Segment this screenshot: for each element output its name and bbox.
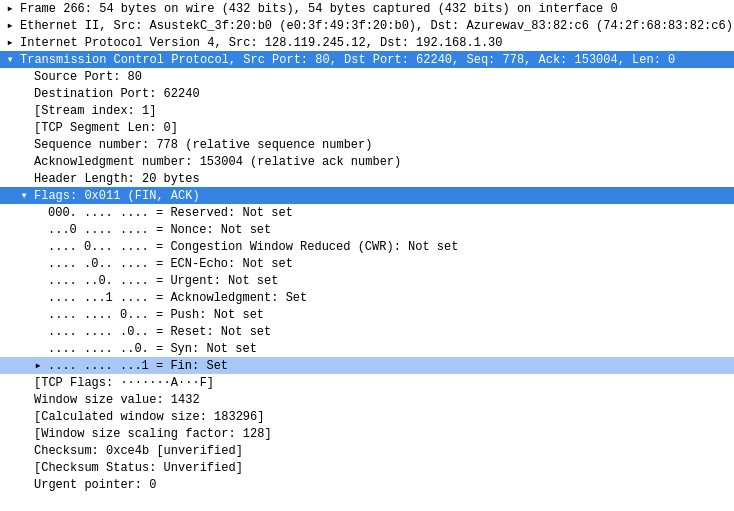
tree-row-checksum-status: [Checksum Status: Unverified]	[0, 459, 734, 476]
tree-row-ip[interactable]: ▸Internet Protocol Version 4, Src: 128.1…	[0, 34, 734, 51]
row-text-ethernet: Ethernet II, Src: AsustekC_3f:20:b0 (e0:…	[16, 19, 733, 33]
tree-row-flag-reserved: 000. .... .... = Reserved: Not set	[0, 204, 734, 221]
tree-row-ack-num: Acknowledgment number: 153004 (relative …	[0, 153, 734, 170]
tree-row-checksum: Checksum: 0xce4b [unverified]	[0, 442, 734, 459]
toggle-arrow[interactable]: ▸	[4, 35, 16, 50]
row-text-flag-ecn: .... .0.. .... = ECN-Echo: Not set	[44, 257, 293, 271]
toggle-arrow[interactable]: ▸	[4, 18, 16, 33]
tree-row-flag-syn: .... .... ..0. = Syn: Not set	[0, 340, 734, 357]
row-text-tcp-seg-len: [TCP Segment Len: 0]	[30, 121, 178, 135]
tree-row-flag-cwr: .... 0... .... = Congestion Window Reduc…	[0, 238, 734, 255]
tree-row-src-port: Source Port: 80	[0, 68, 734, 85]
row-text-tcp: Transmission Control Protocol, Src Port:…	[16, 53, 675, 67]
row-text-frame: Frame 266: 54 bytes on wire (432 bits), …	[16, 2, 618, 16]
row-text-flag-syn: .... .... ..0. = Syn: Not set	[44, 342, 257, 356]
row-text-ip: Internet Protocol Version 4, Src: 128.11…	[16, 36, 502, 50]
row-text-window-size: Window size value: 1432	[30, 393, 200, 407]
row-text-ack-num: Acknowledgment number: 153004 (relative …	[30, 155, 401, 169]
row-text-seq-num: Sequence number: 778 (relative sequence …	[30, 138, 372, 152]
tree-row-tcp-flags-summary: [TCP Flags: ·······A···F]	[0, 374, 734, 391]
tree-row-flag-fin[interactable]: ▸.... .... ...1 = Fin: Set	[0, 357, 734, 374]
tree-row-flag-nonce: ...0 .... .... = Nonce: Not set	[0, 221, 734, 238]
row-text-window-scale: [Window size scaling factor: 128]	[30, 427, 272, 441]
row-text-checksum: Checksum: 0xce4b [unverified]	[30, 444, 243, 458]
toggle-arrow[interactable]: ▸	[32, 358, 44, 373]
row-text-flag-reset: .... .... .0.. = Reset: Not set	[44, 325, 271, 339]
tree-row-tcp[interactable]: ▾Transmission Control Protocol, Src Port…	[0, 51, 734, 68]
tree-row-flag-reset: .... .... .0.. = Reset: Not set	[0, 323, 734, 340]
row-text-flags: Flags: 0x011 (FIN, ACK)	[30, 189, 200, 203]
toggle-arrow[interactable]: ▸	[4, 1, 16, 16]
tree-row-flag-ecn: .... .0.. .... = ECN-Echo: Not set	[0, 255, 734, 272]
toggle-arrow[interactable]: ▾	[4, 52, 16, 67]
row-text-flag-cwr: .... 0... .... = Congestion Window Reduc…	[44, 240, 458, 254]
row-text-flag-reserved: 000. .... .... = Reserved: Not set	[44, 206, 293, 220]
tree-row-frame[interactable]: ▸Frame 266: 54 bytes on wire (432 bits),…	[0, 0, 734, 17]
row-text-flag-fin: .... .... ...1 = Fin: Set	[44, 359, 228, 373]
row-text-flag-ack: .... ...1 .... = Acknowledgment: Set	[44, 291, 307, 305]
tree-row-seq-num: Sequence number: 778 (relative sequence …	[0, 136, 734, 153]
tree-row-flags[interactable]: ▾Flags: 0x011 (FIN, ACK)	[0, 187, 734, 204]
row-text-checksum-status: [Checksum Status: Unverified]	[30, 461, 243, 475]
row-text-header-len: Header Length: 20 bytes	[30, 172, 200, 186]
row-text-stream-index: [Stream index: 1]	[30, 104, 156, 118]
tree-row-tcp-seg-len: [TCP Segment Len: 0]	[0, 119, 734, 136]
row-text-flag-nonce: ...0 .... .... = Nonce: Not set	[44, 223, 271, 237]
row-text-tcp-flags-summary: [TCP Flags: ·······A···F]	[30, 376, 214, 390]
row-text-src-port: Source Port: 80	[30, 70, 142, 84]
tree-row-calc-window: [Calculated window size: 183296]	[0, 408, 734, 425]
tree-row-header-len: Header Length: 20 bytes	[0, 170, 734, 187]
row-text-flag-push: .... .... 0... = Push: Not set	[44, 308, 264, 322]
tree-row-urgent-ptr: Urgent pointer: 0	[0, 476, 734, 493]
row-text-urgent-ptr: Urgent pointer: 0	[30, 478, 156, 492]
row-text-dst-port: Destination Port: 62240	[30, 87, 200, 101]
tree-row-ethernet[interactable]: ▸Ethernet II, Src: AsustekC_3f:20:b0 (e0…	[0, 17, 734, 34]
tree-row-window-size: Window size value: 1432	[0, 391, 734, 408]
tree-row-flag-push: .... .... 0... = Push: Not set	[0, 306, 734, 323]
tree-row-window-scale: [Window size scaling factor: 128]	[0, 425, 734, 442]
toggle-arrow[interactable]: ▾	[18, 188, 30, 203]
tree-row-flag-urgent: .... ..0. .... = Urgent: Not set	[0, 272, 734, 289]
row-text-calc-window: [Calculated window size: 183296]	[30, 410, 264, 424]
packet-tree: ▸Frame 266: 54 bytes on wire (432 bits),…	[0, 0, 734, 493]
tree-row-stream-index: [Stream index: 1]	[0, 102, 734, 119]
row-text-flag-urgent: .... ..0. .... = Urgent: Not set	[44, 274, 278, 288]
tree-row-flag-ack: .... ...1 .... = Acknowledgment: Set	[0, 289, 734, 306]
tree-row-dst-port: Destination Port: 62240	[0, 85, 734, 102]
